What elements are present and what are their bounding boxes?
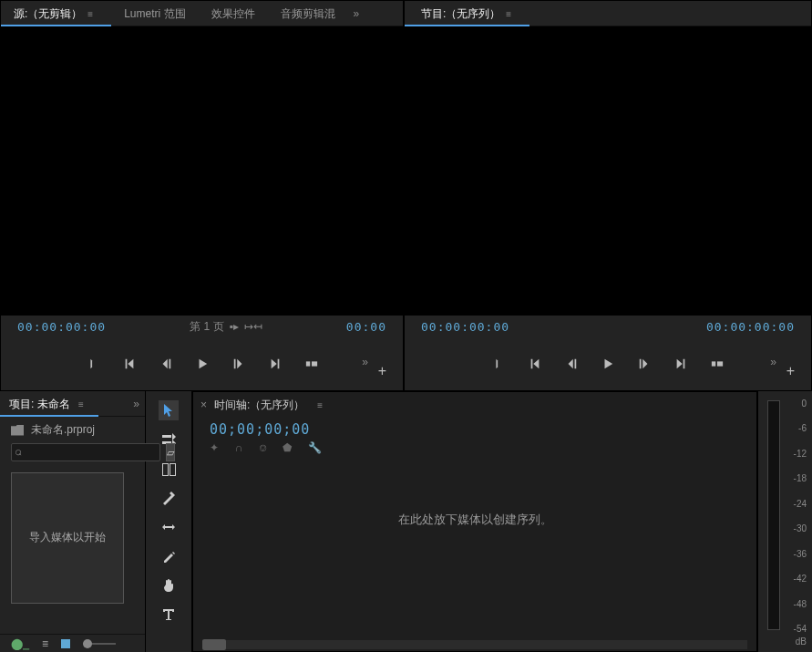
tab-source-label: 源:（无剪辑） — [14, 7, 82, 20]
meter-label: -54 — [794, 624, 807, 634]
step-fwd-button[interactable] — [231, 357, 246, 371]
source-overflow-icon[interactable]: » — [362, 356, 368, 368]
loop-icon[interactable]: ↦↤ — [244, 320, 262, 333]
fit-icon[interactable]: ▪▸ — [230, 320, 239, 333]
program-add-button[interactable]: + — [786, 363, 795, 379]
lock-icon[interactable]: ⬤⎯ — [11, 637, 29, 650]
project-overflow-icon[interactable]: » — [128, 398, 145, 410]
source-viewer — [1, 26, 403, 316]
meter-label: -42 — [794, 574, 807, 584]
project-bottom-bar: ⬤⎯ ≡ — [0, 634, 145, 652]
program-out-time[interactable]: 00:00:00:00 — [706, 320, 795, 334]
settings-icon[interactable]: 🔧 — [308, 441, 322, 454]
svg-rect-2 — [712, 361, 715, 366]
marker-icon[interactable]: ⎊ — [260, 441, 266, 454]
import-media-dropzone[interactable]: 导入媒体以开始 — [11, 472, 124, 604]
tab-program[interactable]: 节目:（无序列）≡ — [405, 1, 529, 26]
go-in-button[interactable] — [122, 357, 137, 371]
go-in-button[interactable] — [528, 357, 542, 371]
meter-label: -30 — [794, 523, 807, 533]
timeline-drop-msg: 在此处放下媒体以创建序列。 — [193, 512, 756, 528]
source-timebar: 00:00:00:00 第 1 页 ▪▸ ↦↤ 00:00 — [1, 316, 403, 337]
panel-menu-icon[interactable]: ≡ — [312, 400, 328, 410]
source-in-time[interactable]: 00:00:00:00 — [17, 320, 106, 334]
audio-meter: 0 -6 -12 -18 -24 -30 -36 -42 -48 -54 dB — [757, 391, 812, 652]
type-tool[interactable] — [159, 605, 179, 625]
program-transport: » + — [405, 337, 811, 390]
timeline-toolbar: ✦ ∩ ⎊ ⬟ 🔧 — [210, 441, 740, 454]
program-tabs: 节目:（无序列）≡ — [405, 1, 811, 26]
meter-label: -18 — [794, 473, 807, 483]
meter-label: -24 — [794, 499, 807, 509]
slip-tool[interactable] — [159, 517, 179, 537]
play-button[interactable] — [601, 357, 615, 371]
tab-audio-clip[interactable]: 音频剪辑混 — [268, 1, 348, 26]
folder-icon — [11, 425, 24, 436]
insert-button[interactable] — [304, 357, 319, 371]
tab-source[interactable]: 源:（无剪辑）≡ — [1, 1, 111, 26]
overflow-icon[interactable]: » — [348, 7, 365, 20]
tab-project-label: 项目: 未命名 — [9, 398, 70, 410]
tool-column — [145, 391, 192, 652]
pen-tool[interactable] — [159, 546, 179, 566]
tab-lumetri[interactable]: Lumetri 范围 — [111, 1, 198, 26]
go-out-button[interactable] — [673, 357, 688, 371]
linked-selection-icon[interactable]: ∩ — [235, 441, 243, 454]
import-msg: 导入媒体以开始 — [29, 529, 106, 546]
list-view-icon[interactable]: ≡ — [42, 637, 48, 650]
tab-effect-controls[interactable]: 效果控件 — [199, 1, 268, 26]
tab-program-label: 节目:（无序列） — [421, 7, 500, 20]
panel-menu-icon[interactable]: ≡ — [73, 399, 89, 409]
step-fwd-button[interactable] — [637, 357, 652, 371]
project-filename: 未命名.prproj — [31, 422, 95, 438]
program-viewer — [405, 26, 811, 316]
timeline-time[interactable]: 00;00;00;00 — [210, 421, 740, 441]
add-marker-icon[interactable]: ⬟ — [283, 441, 292, 454]
close-icon[interactable]: × — [200, 398, 207, 411]
svg-rect-1 — [312, 361, 317, 366]
go-out-button[interactable] — [268, 357, 283, 371]
meter-label: -6 — [794, 423, 807, 433]
program-overflow-icon[interactable]: » — [770, 356, 776, 368]
svg-rect-3 — [717, 361, 723, 366]
scrollbar-thumb[interactable] — [202, 639, 226, 650]
source-paging: 第 1 页 ▪▸ ↦↤ — [190, 319, 262, 335]
search-input[interactable] — [11, 443, 160, 461]
source-transport: » + — [1, 337, 403, 390]
panel-menu-icon[interactable]: ≡ — [82, 9, 98, 19]
meter-unit: dB — [796, 636, 807, 647]
selection-tool[interactable] — [159, 400, 179, 420]
svg-rect-4 — [162, 435, 171, 438]
meter-labels: 0 -6 -12 -18 -24 -30 -36 -42 -48 -54 — [794, 398, 807, 634]
timeline-scrollbar[interactable] — [202, 640, 747, 649]
zoom-slider[interactable] — [83, 643, 116, 645]
search-filter-button[interactable]: ▱ — [166, 443, 175, 461]
hand-tool[interactable] — [159, 575, 179, 595]
mark-in-button[interactable] — [491, 357, 506, 371]
project-file-row: 未命名.prproj — [0, 417, 145, 443]
source-add-button[interactable]: + — [378, 363, 386, 379]
step-back-button[interactable] — [159, 357, 173, 371]
timeline-panel: × 时间轴:（无序列） ≡ 00;00;00;00 ✦ ∩ ⎊ ⬟ 🔧 在此处放… — [192, 391, 757, 652]
lift-button[interactable] — [710, 357, 725, 371]
panel-menu-icon[interactable]: ≡ — [500, 9, 517, 19]
meter-label: -12 — [794, 449, 807, 459]
icon-view-icon[interactable] — [61, 639, 70, 648]
source-out-time[interactable]: 00:00 — [346, 320, 386, 334]
meter-bar — [767, 400, 780, 630]
mark-in-button[interactable] — [86, 357, 100, 371]
meter-label: -48 — [794, 599, 807, 609]
program-in-time[interactable]: 00:00:00:00 — [421, 320, 509, 334]
meter-label: 0 — [794, 398, 807, 409]
ripple-edit-tool[interactable] — [159, 459, 179, 479]
meter-label: -36 — [794, 549, 807, 559]
paging-label: 第 1 页 — [190, 319, 223, 335]
program-timebar: 00:00:00:00 00:00:00:00 — [405, 316, 811, 337]
play-button[interactable] — [195, 357, 210, 371]
source-tabs: 源:（无剪辑）≡ Lumetri 范围 效果控件 音频剪辑混 » — [1, 1, 403, 26]
tab-project[interactable]: 项目: 未命名 ≡ — [0, 391, 98, 417]
razor-tool[interactable] — [159, 488, 179, 508]
snap-icon[interactable]: ✦ — [210, 441, 219, 454]
svg-rect-0 — [305, 361, 309, 366]
step-back-button[interactable] — [564, 357, 579, 371]
